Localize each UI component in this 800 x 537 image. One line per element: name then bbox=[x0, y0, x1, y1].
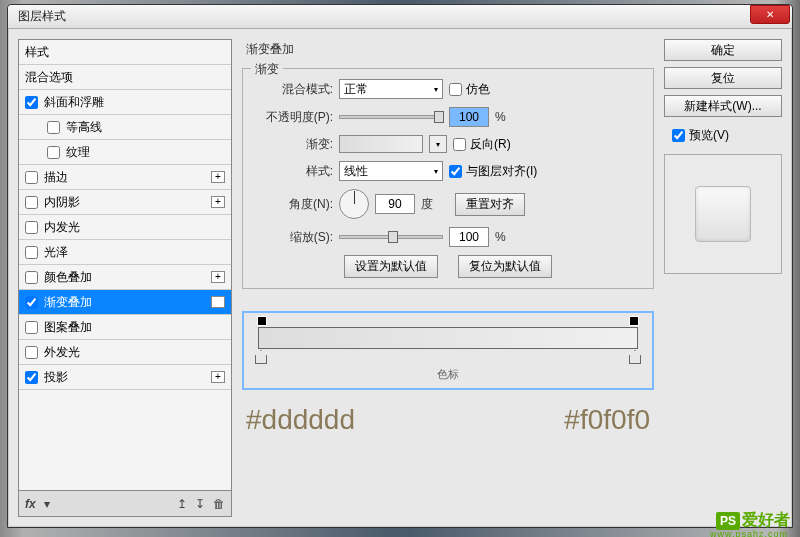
angle-input[interactable] bbox=[375, 194, 415, 214]
gradient-picker-button[interactable]: ▾ bbox=[429, 135, 447, 153]
gradient-bar[interactable] bbox=[258, 327, 638, 349]
blend-mode-select[interactable]: 正常▾ bbox=[339, 79, 443, 99]
stroke-checkbox[interactable] bbox=[25, 171, 38, 184]
ok-button[interactable]: 确定 bbox=[664, 39, 782, 61]
style-item-gradient-overlay[interactable]: 渐变叠加 bbox=[19, 290, 231, 315]
drop-shadow-checkbox[interactable] bbox=[25, 371, 38, 384]
drop-shadow-add-icon[interactable] bbox=[211, 371, 225, 383]
slider-handle[interactable] bbox=[434, 111, 444, 123]
style-select[interactable]: 线性▾ bbox=[339, 161, 443, 181]
bevel-label: 斜面和浮雕 bbox=[44, 94, 225, 111]
reverse-checkbox[interactable] bbox=[453, 138, 466, 151]
opacity-unit: % bbox=[495, 110, 506, 124]
scale-unit: % bbox=[495, 230, 506, 244]
pattern-overlay-label: 图案叠加 bbox=[44, 319, 225, 336]
layer-style-dialog: 图层样式 样式 混合选项 斜面和浮雕 等高线 纹理 描边 内阴影 内发光 光泽 … bbox=[7, 4, 793, 528]
opacity-slider[interactable] bbox=[339, 115, 443, 119]
watermark-text: 爱好者 bbox=[742, 510, 790, 531]
gradient-overlay-checkbox[interactable] bbox=[25, 296, 38, 309]
blend-options-label: 混合选项 bbox=[25, 69, 225, 86]
scale-slider[interactable] bbox=[339, 235, 443, 239]
outer-glow-checkbox[interactable] bbox=[25, 346, 38, 359]
chevron-updown-icon: ▾ bbox=[434, 85, 438, 94]
pattern-overlay-checkbox[interactable] bbox=[25, 321, 38, 334]
drop-shadow-label: 投影 bbox=[44, 369, 211, 386]
style-item-bevel[interactable]: 斜面和浮雕 bbox=[19, 90, 231, 115]
satin-label: 光泽 bbox=[44, 244, 225, 261]
inner-glow-checkbox[interactable] bbox=[25, 221, 38, 234]
fx-menu-icon[interactable]: fx bbox=[25, 497, 36, 511]
style-item-inner-glow[interactable]: 内发光 bbox=[19, 215, 231, 240]
dialog-body: 样式 混合选项 斜面和浮雕 等高线 纹理 描边 内阴影 内发光 光泽 颜色叠加 … bbox=[8, 29, 792, 527]
dither-checkbox[interactable] bbox=[449, 83, 462, 96]
inner-shadow-add-icon[interactable] bbox=[211, 196, 225, 208]
gradient-editor[interactable]: 色标 bbox=[242, 311, 654, 390]
opacity-label: 不透明度(P): bbox=[253, 109, 333, 126]
dither-label: 仿色 bbox=[466, 81, 490, 98]
color-left-hint: #dddddd bbox=[246, 404, 355, 436]
style-label: 样式: bbox=[253, 163, 333, 180]
inner-shadow-checkbox[interactable] bbox=[25, 196, 38, 209]
satin-checkbox[interactable] bbox=[25, 246, 38, 259]
stroke-add-icon[interactable] bbox=[211, 171, 225, 183]
reverse-label: 反向(R) bbox=[470, 136, 511, 153]
group-legend: 渐变 bbox=[251, 61, 283, 78]
gradient-group: 渐变 混合模式: 正常▾ 仿色 不透明度(P): % 渐变: ▾ 反向(R) bbox=[242, 68, 654, 289]
trash-icon[interactable]: 🗑 bbox=[213, 497, 225, 511]
gradient-overlay-add-icon[interactable] bbox=[211, 296, 225, 308]
style-item-drop-shadow[interactable]: 投影 bbox=[19, 365, 231, 390]
style-item-satin[interactable]: 光泽 bbox=[19, 240, 231, 265]
color-stop-left[interactable] bbox=[255, 350, 267, 364]
texture-checkbox[interactable] bbox=[47, 146, 60, 159]
opacity-stop-left[interactable] bbox=[257, 316, 267, 326]
color-overlay-checkbox[interactable] bbox=[25, 271, 38, 284]
style-item-color-overlay[interactable]: 颜色叠加 bbox=[19, 265, 231, 290]
cancel-button[interactable]: 复位 bbox=[664, 67, 782, 89]
opacity-stop-right[interactable] bbox=[629, 316, 639, 326]
style-item-outer-glow[interactable]: 外发光 bbox=[19, 340, 231, 365]
style-item-contour[interactable]: 等高线 bbox=[19, 115, 231, 140]
align-checkbox[interactable] bbox=[449, 165, 462, 178]
watermark-ps: PS bbox=[716, 512, 740, 530]
move-down-icon[interactable]: ↧ bbox=[195, 497, 205, 511]
style-item-texture[interactable]: 纹理 bbox=[19, 140, 231, 165]
styles-toolbar: fx ▾ ↥ ↧ 🗑 bbox=[18, 491, 232, 517]
action-panel: 确定 复位 新建样式(W)... 预览(V) bbox=[664, 39, 782, 517]
style-item-pattern-overlay[interactable]: 图案叠加 bbox=[19, 315, 231, 340]
titlebar[interactable]: 图层样式 bbox=[8, 5, 792, 29]
preview-label: 预览(V) bbox=[689, 127, 729, 144]
angle-dial[interactable] bbox=[339, 189, 369, 219]
color-stop-right[interactable] bbox=[629, 350, 641, 364]
close-button[interactable] bbox=[750, 5, 790, 24]
contour-checkbox[interactable] bbox=[47, 121, 60, 134]
chevron-down-icon[interactable]: ▾ bbox=[44, 497, 50, 511]
style-item-stroke[interactable]: 描边 bbox=[19, 165, 231, 190]
contour-label: 等高线 bbox=[66, 119, 225, 136]
set-default-button[interactable]: 设置为默认值 bbox=[344, 255, 438, 278]
scale-input[interactable] bbox=[449, 227, 489, 247]
blend-mode-value: 正常 bbox=[344, 81, 368, 98]
opacity-input[interactable] bbox=[449, 107, 489, 127]
angle-unit: 度 bbox=[421, 196, 433, 213]
reset-align-button[interactable]: 重置对齐 bbox=[455, 193, 525, 216]
outer-glow-label: 外发光 bbox=[44, 344, 225, 361]
gradient-editor-label: 色标 bbox=[258, 367, 638, 382]
styles-header[interactable]: 样式 bbox=[19, 40, 231, 65]
style-value: 线性 bbox=[344, 163, 368, 180]
preview-swatch bbox=[695, 186, 751, 242]
inner-glow-label: 内发光 bbox=[44, 219, 225, 236]
new-style-button[interactable]: 新建样式(W)... bbox=[664, 95, 782, 117]
move-up-icon[interactable]: ↥ bbox=[177, 497, 187, 511]
preview-box bbox=[664, 154, 782, 274]
chevron-updown-icon: ▾ bbox=[434, 167, 438, 176]
blend-options-header[interactable]: 混合选项 bbox=[19, 65, 231, 90]
reset-default-button[interactable]: 复位为默认值 bbox=[458, 255, 552, 278]
style-item-inner-shadow[interactable]: 内阴影 bbox=[19, 190, 231, 215]
gradient-preview[interactable] bbox=[339, 135, 423, 153]
color-overlay-add-icon[interactable] bbox=[211, 271, 225, 283]
styles-panel: 样式 混合选项 斜面和浮雕 等高线 纹理 描边 内阴影 内发光 光泽 颜色叠加 … bbox=[18, 39, 232, 517]
color-overlay-label: 颜色叠加 bbox=[44, 269, 211, 286]
bevel-checkbox[interactable] bbox=[25, 96, 38, 109]
slider-handle[interactable] bbox=[388, 231, 398, 243]
preview-checkbox[interactable] bbox=[672, 129, 685, 142]
